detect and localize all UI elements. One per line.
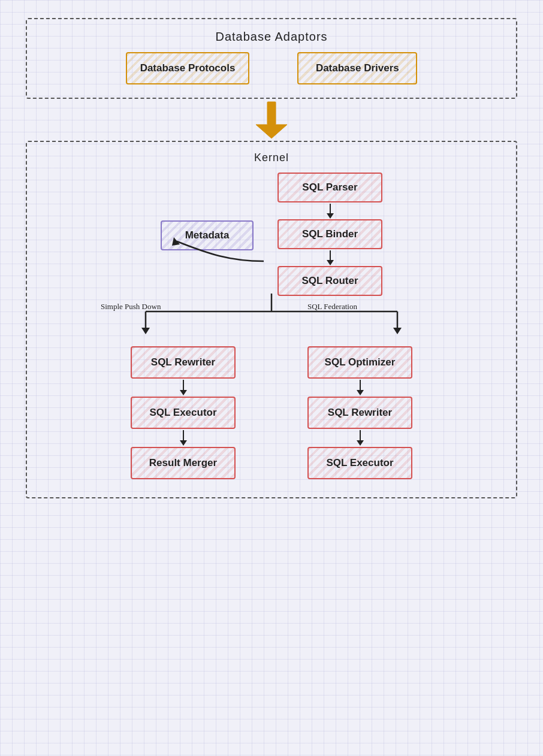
right-sql-executor-label: SQL Executor: [326, 457, 393, 469]
database-drivers-label: Database Drivers: [316, 62, 399, 74]
right-sql-executor-box: SQL Executor: [307, 447, 412, 479]
down-arrow-svg: [251, 101, 292, 140]
result-merger-label: Result Merger: [149, 457, 217, 469]
left-rewriter-to-executor-arrow: [177, 379, 189, 397]
svg-marker-12: [393, 328, 402, 334]
left-executor-to-merger-arrow: [177, 429, 189, 447]
kernel-title: Kernel: [254, 152, 289, 164]
svg-marker-16: [180, 390, 187, 395]
sql-binder-label: SQL Binder: [302, 228, 358, 240]
sql-parser-label: SQL Parser: [302, 182, 357, 193]
left-sql-rewriter-box: SQL Rewriter: [131, 346, 236, 379]
svg-marker-1: [256, 125, 287, 138]
main-arrow-down: [251, 99, 292, 141]
sql-binder-box: SQL Binder: [277, 219, 382, 249]
right-sql-rewriter-label: SQL Rewriter: [328, 407, 392, 419]
left-sql-executor-box: SQL Executor: [131, 397, 236, 429]
svg-rect-0: [267, 102, 276, 125]
sql-optimizer-label: SQL Optimizer: [325, 356, 396, 368]
split-columns: SQL Rewriter SQL Executor: [131, 346, 412, 479]
kernel-inner: Metadata SQL Parser: [45, 173, 498, 479]
svg-text:Simple Push Down: Simple Push Down: [101, 302, 161, 311]
binder-metadata-arrow-svg: [45, 173, 498, 304]
router-split-area: Simple Push Down SQL Federation SQL Rewr…: [45, 296, 498, 479]
metadata-column: Metadata: [161, 220, 254, 250]
left-split-col: SQL Rewriter SQL Executor: [131, 346, 236, 479]
result-merger-box: Result Merger: [131, 447, 236, 479]
adaptors-row: Database Protocols Database Drivers: [126, 52, 418, 84]
svg-marker-18: [180, 440, 187, 446]
sql-router-label: SQL Router: [301, 275, 358, 287]
sql-router-box: SQL Router: [277, 266, 382, 296]
sql-optimizer-box: SQL Optimizer: [307, 346, 412, 379]
right-rewriter-to-executor-arrow: [354, 429, 366, 447]
metadata-label: Metadata: [185, 229, 230, 241]
svg-text:SQL Federation: SQL Federation: [307, 302, 357, 311]
left-sql-executor-label: SQL Executor: [149, 407, 216, 419]
svg-marker-22: [357, 440, 364, 446]
right-split-col: SQL Optimizer SQL Rewriter: [307, 346, 412, 479]
sql-parser-box: SQL Parser: [277, 173, 382, 202]
svg-marker-3: [327, 213, 334, 219]
center-column: SQL Parser SQL Binder: [277, 173, 382, 296]
kernel-section: Kernel Metadata SQL Parser: [26, 141, 517, 498]
database-drivers-box: Database Drivers: [297, 52, 417, 84]
binder-to-router-arrow: [324, 249, 336, 266]
split-svg: Simple Push Down SQL Federation: [86, 294, 457, 341]
parser-to-binder-arrow: [324, 202, 336, 219]
svg-marker-11: [141, 328, 150, 334]
adaptors-title: Database Adaptors: [215, 30, 327, 44]
left-sql-rewriter-label: SQL Rewriter: [151, 356, 215, 368]
architecture-diagram: Database Adaptors Database Protocols Dat…: [14, 18, 529, 498]
database-protocols-label: Database Protocols: [140, 62, 236, 74]
database-protocols-box: Database Protocols: [126, 52, 250, 84]
right-optimizer-to-rewriter-arrow: [354, 379, 366, 397]
metadata-box: Metadata: [161, 220, 254, 250]
svg-marker-20: [357, 390, 364, 395]
adaptors-section: Database Adaptors Database Protocols Dat…: [26, 18, 517, 99]
right-sql-rewriter-box: SQL Rewriter: [307, 397, 412, 429]
svg-marker-5: [327, 260, 334, 265]
